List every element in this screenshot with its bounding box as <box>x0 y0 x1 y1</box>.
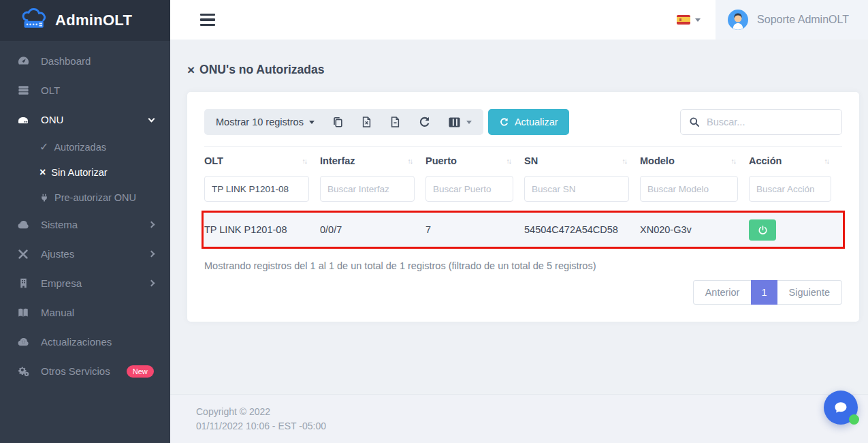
column-header-interfaz[interactable]: Interfaz↑↓ <box>320 155 425 166</box>
table-toolbar: Mostrar 10 registros <box>204 109 842 135</box>
book-icon <box>16 307 30 319</box>
chat-bubble-icon <box>832 399 850 416</box>
sidebar-item-sistema[interactable]: Sistema <box>0 210 170 239</box>
cell-interfaz: 0/0/7 <box>320 224 425 235</box>
filter-sn-input[interactable] <box>524 176 629 202</box>
language-selector[interactable] <box>677 15 701 25</box>
search-input[interactable] <box>707 117 833 127</box>
sidebar-item-onu[interactable]: ONU <box>0 105 170 134</box>
page-title: × ONU's no Autorizadas <box>187 63 868 77</box>
pagination-page-1[interactable]: 1 <box>751 280 777 305</box>
new-badge: New <box>127 365 154 378</box>
sidebar-item-dashboard[interactable]: Dashboard <box>0 46 170 76</box>
sort-icon: ↑↓ <box>622 157 627 165</box>
sidebar-nav: Dashboard OLT ONU ✓ Autorizadas × Sin Au… <box>0 41 170 386</box>
sidebar-item-pre-autorizar[interactable]: Pre-autorizar ONU <box>0 185 170 210</box>
table-header-row: OLT↑↓ Interfaz↑↓ Puerto↑↓ SN↑↓ Modelo↑↓ … <box>204 146 842 174</box>
filter-puerto-input[interactable] <box>425 176 513 202</box>
chevron-right-icon <box>148 222 155 228</box>
cloud-icon <box>16 218 30 231</box>
refresh-icon[interactable] <box>418 116 431 129</box>
caret-down-icon <box>309 121 315 124</box>
filter-modelo-input[interactable] <box>640 176 738 202</box>
cell-puerto: 7 <box>425 224 524 235</box>
main-area: Soporte AdminOLT × ONU's no Autorizadas … <box>170 0 868 443</box>
sidebar-item-label: Manual <box>41 307 74 318</box>
plug-icon <box>39 193 49 202</box>
table-info-text: Mostrando registros del 1 al 1 de un tot… <box>204 260 842 271</box>
datetime-text: 01/11/2022 10:06 - EST -05:00 <box>196 421 868 431</box>
sidebar-item-label: Autorizadas <box>54 142 106 153</box>
user-name: Soporte AdminOLT <box>757 14 849 26</box>
brand-name: AdminOLT <box>55 12 132 29</box>
sidebar-item-ajustes[interactable]: Ajustes <box>0 239 170 269</box>
filter-olt-input[interactable] <box>204 176 309 202</box>
sort-icon: ↑↓ <box>731 157 736 165</box>
sidebar-item-label: Otros Servicios <box>41 365 110 377</box>
sidebar-item-autorizadas[interactable]: ✓ Autorizadas <box>0 134 170 159</box>
column-header-puerto[interactable]: Puerto↑↓ <box>425 155 524 166</box>
chevron-right-icon <box>148 251 155 258</box>
columns-icon[interactable] <box>448 117 472 128</box>
sidebar-item-label: Pre-autorizar ONU <box>54 192 136 203</box>
chat-widget-button[interactable] <box>824 391 858 425</box>
cloud-upload-icon <box>16 335 30 348</box>
pagination-next-button[interactable]: Siguiente <box>777 280 842 305</box>
sidebar-item-label: ONU <box>41 114 63 125</box>
sidebar: AdminOLT Dashboard OLT ONU ✓ Autorizadas <box>0 0 170 443</box>
hamburger-menu-icon[interactable] <box>200 14 215 27</box>
excel-export-icon[interactable] <box>361 116 372 128</box>
filter-interfaz-input[interactable] <box>320 176 415 202</box>
online-status-dot <box>849 414 859 425</box>
gears-icon <box>16 365 30 378</box>
column-header-sn[interactable]: SN↑↓ <box>524 155 640 166</box>
sidebar-item-label: Dashboard <box>41 55 91 67</box>
copy-icon[interactable] <box>332 116 344 128</box>
sidebar-item-empresa[interactable]: Empresa <box>0 269 170 298</box>
table-card: Mostrar 10 registros <box>187 92 859 322</box>
brand-logo[interactable]: AdminOLT <box>0 0 170 41</box>
sidebar-item-sin-autorizar[interactable]: × Sin Autorizar <box>0 159 170 185</box>
sidebar-item-label: Ajustes <box>41 248 74 260</box>
filter-accion-input[interactable] <box>749 176 831 202</box>
page-length-select[interactable]: Mostrar 10 registros <box>216 117 315 127</box>
pagination: Anterior 1 Siguiente <box>204 280 842 305</box>
toolbar-buttons-group: Mostrar 10 registros <box>204 109 483 135</box>
sidebar-item-manual[interactable]: Manual <box>0 298 170 327</box>
caret-down-icon <box>466 121 472 124</box>
sort-icon: ↑↓ <box>302 157 307 165</box>
copyright-text: Copyright © 2022 <box>196 406 868 417</box>
pagination-prev-button[interactable]: Anterior <box>693 280 752 305</box>
table-row-wrapper: TP LINK P1201-08 0/0/7 7 54504C472A54CD5… <box>204 213 842 247</box>
cell-sn: 54504C472A54CD58 <box>524 224 640 235</box>
x-icon: × <box>39 167 46 178</box>
chevron-down-icon <box>148 115 155 122</box>
sidebar-item-label: OLT <box>41 85 60 96</box>
caret-down-icon <box>695 18 701 22</box>
sort-icon: ↑↓ <box>824 157 829 165</box>
building-icon <box>16 277 30 289</box>
cloud-router-icon <box>20 8 49 33</box>
cell-modelo: XN020-G3v <box>640 224 749 235</box>
cell-olt: TP LINK P1201-08 <box>204 224 320 235</box>
x-icon: × <box>187 63 195 76</box>
authorize-power-button[interactable] <box>749 219 776 241</box>
table-filter-row <box>204 174 842 208</box>
column-header-modelo[interactable]: Modelo↑↓ <box>640 155 749 166</box>
file-export-icon[interactable] <box>389 116 401 128</box>
sidebar-item-olt[interactable]: OLT <box>0 76 170 105</box>
sidebar-item-otros-servicios[interactable]: Otros Servicios New <box>0 356 170 386</box>
sort-icon: ↑↓ <box>408 157 413 165</box>
user-menu[interactable]: Soporte AdminOLT <box>716 0 868 40</box>
olt-server-icon <box>16 84 30 97</box>
page-content: × ONU's no Autorizadas Mostrar 10 regist… <box>170 40 868 394</box>
dashboard-icon <box>16 55 30 67</box>
check-icon: ✓ <box>39 142 48 153</box>
sidebar-item-actualizaciones[interactable]: Actualizaciones <box>0 327 170 356</box>
column-header-accion[interactable]: Acción↑↓ <box>749 155 842 166</box>
column-header-olt[interactable]: OLT↑↓ <box>204 155 320 166</box>
sidebar-item-label: Sistema <box>41 219 78 230</box>
search-box <box>680 109 842 135</box>
actualizar-button[interactable]: Actualizar <box>488 109 569 135</box>
table-row[interactable]: TP LINK P1201-08 0/0/7 7 54504C472A54CD5… <box>204 213 842 247</box>
